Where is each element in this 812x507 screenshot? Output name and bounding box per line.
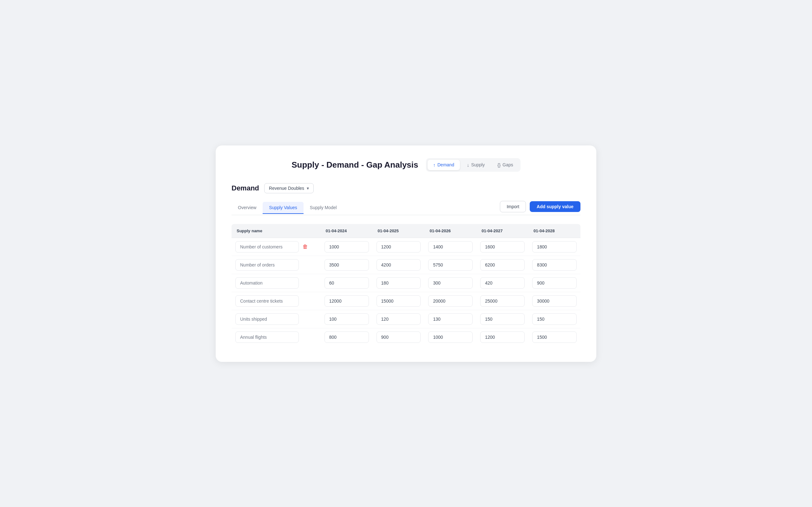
value-input[interactable] [480,259,525,271]
supply-name-input[interactable] [235,295,299,307]
tab-demand[interactable]: ↑ Demand [427,160,460,170]
tab-supply-values[interactable]: Supply Values [263,202,303,214]
value-cell [476,328,528,346]
value-input[interactable] [532,241,577,252]
table-row: 🗑 [232,238,580,256]
gaps-icon: {} [497,162,501,168]
value-input[interactable] [480,241,525,252]
value-input[interactable] [480,314,525,325]
import-button[interactable]: Import [500,201,526,212]
value-cell [373,328,425,346]
value-cell [321,256,373,274]
value-cell [373,292,425,310]
value-input[interactable] [324,241,369,252]
scenario-dropdown[interactable]: Revenue Doubles ▾ [264,183,314,193]
supply-name-input[interactable] [235,259,299,271]
value-input[interactable] [428,295,473,307]
value-cell [424,328,476,346]
value-cell [321,292,373,310]
value-cell [373,256,425,274]
value-cell [528,328,580,346]
name-cell [232,328,321,346]
value-input[interactable] [428,277,473,289]
value-input[interactable] [428,259,473,271]
name-cell [232,310,321,328]
value-input[interactable] [376,314,421,325]
table-row [232,310,580,328]
value-cell [321,328,373,346]
value-input[interactable] [480,295,525,307]
supply-table: Supply name 01-04-2024 01-04-2025 01-04-… [232,224,580,346]
tab-supply[interactable]: ↓ Supply [461,160,490,170]
main-tab-group: ↑ Demand ↓ Supply {} Gaps [426,158,520,172]
value-cell [321,310,373,328]
name-cell [232,274,321,292]
value-input[interactable] [480,331,525,343]
sub-tabs: Overview Supply Values Supply Model [232,202,343,214]
col-header-2027: 01-04-2027 [476,224,528,238]
table-row [232,256,580,274]
table-row [232,274,580,292]
supply-name-input[interactable] [235,277,299,289]
value-input[interactable] [532,314,577,325]
tab-gaps[interactable]: {} Gaps [492,160,519,170]
value-input[interactable] [376,331,421,343]
value-input[interactable] [428,241,473,252]
chevron-down-icon: ▾ [307,186,309,191]
value-cell [424,238,476,256]
value-input[interactable] [532,331,577,343]
value-input[interactable] [376,277,421,289]
supply-name-input[interactable] [235,314,299,325]
supply-name-input[interactable] [235,241,299,252]
supply-name-input[interactable] [235,331,299,343]
value-cell [528,310,580,328]
value-input[interactable] [428,331,473,343]
col-header-2028: 01-04-2028 [528,224,580,238]
value-cell [373,274,425,292]
value-cell [424,292,476,310]
value-cell [373,238,425,256]
value-cell [528,238,580,256]
value-input[interactable] [532,259,577,271]
demand-header: Demand Revenue Doubles ▾ [232,183,580,193]
tab-overview[interactable]: Overview [232,202,263,214]
demand-icon: ↑ [433,162,436,168]
value-input[interactable] [324,295,369,307]
col-header-2026: 01-04-2026 [424,224,476,238]
value-cell [476,310,528,328]
value-cell [424,274,476,292]
value-input[interactable] [324,331,369,343]
name-cell [232,256,321,274]
value-input[interactable] [376,241,421,252]
value-input[interactable] [324,277,369,289]
value-input[interactable] [324,314,369,325]
value-input[interactable] [532,277,577,289]
value-input[interactable] [428,314,473,325]
tab-supply-model[interactable]: Supply Model [304,202,343,214]
value-cell [528,256,580,274]
value-input[interactable] [532,295,577,307]
demand-section-label: Demand [232,184,259,192]
sub-tabs-row: Overview Supply Values Supply Model Impo… [232,201,580,215]
add-supply-value-button[interactable]: Add supply value [530,201,580,212]
table-header: Supply name 01-04-2024 01-04-2025 01-04-… [232,224,580,238]
value-cell [528,274,580,292]
value-cell [424,310,476,328]
dropdown-value: Revenue Doubles [269,186,304,191]
col-header-2024: 01-04-2024 [321,224,373,238]
value-cell [476,256,528,274]
table-row [232,292,580,310]
delete-row-button[interactable]: 🗑 [301,242,309,251]
value-input[interactable] [324,259,369,271]
value-cell [424,256,476,274]
value-input[interactable] [480,277,525,289]
value-input[interactable] [376,259,421,271]
table-body: 🗑 [232,238,580,346]
value-cell [476,274,528,292]
sub-tab-actions: Import Add supply value [500,201,580,215]
col-header-2025: 01-04-2025 [373,224,425,238]
value-input[interactable] [376,295,421,307]
value-cell [476,238,528,256]
table-row [232,328,580,346]
name-cell [232,292,321,310]
